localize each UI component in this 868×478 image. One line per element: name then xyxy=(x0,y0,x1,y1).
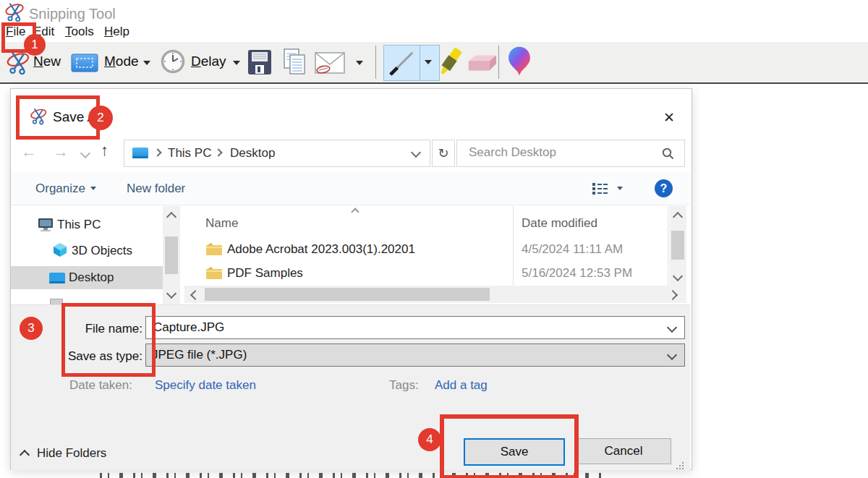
search-box[interactable] xyxy=(456,140,685,167)
new-folder-button[interactable]: New folder xyxy=(127,182,185,196)
file-row-name[interactable]: PDF Samples xyxy=(227,266,303,281)
column-divider[interactable] xyxy=(513,206,514,286)
resize-grip-icon[interactable] xyxy=(676,461,684,474)
hide-folders-button[interactable]: Hide Folders xyxy=(37,446,106,461)
delay-clock-icon xyxy=(161,49,185,77)
tags-label: Tags: xyxy=(389,378,419,393)
specify-date-taken-link[interactable]: Specify date taken xyxy=(155,378,256,393)
organize-button[interactable]: Organize xyxy=(35,182,85,196)
list-scrollbar-horizontal[interactable] xyxy=(184,286,686,303)
help-icon[interactable]: ? xyxy=(655,179,673,197)
breadcrumb-separator-icon xyxy=(153,148,161,156)
save-as-type-combobox[interactable]: JPEG file (*.JPG) xyxy=(145,343,685,367)
mode-button[interactable]: Mode xyxy=(104,54,139,69)
scroll-left-icon[interactable] xyxy=(190,290,200,300)
app-toolbar: New Mode Delay xyxy=(0,42,868,84)
pen-split-divider xyxy=(420,46,420,80)
breadcrumb-this-pc[interactable]: This PC xyxy=(168,146,211,161)
menu-tools[interactable]: Tools xyxy=(65,25,94,39)
save-snip-icon[interactable] xyxy=(247,49,272,78)
folder-icon xyxy=(205,242,223,259)
file-row-name[interactable]: Adobe Acrobat 2023.003(1).20201 xyxy=(227,242,415,257)
email-icon[interactable] xyxy=(314,51,347,80)
scrollbar-thumb[interactable] xyxy=(165,236,178,274)
pen-tool-selected[interactable] xyxy=(383,45,440,81)
scroll-right-icon[interactable] xyxy=(668,290,678,300)
chevron-down-icon[interactable] xyxy=(667,350,677,360)
scrollbar-thumb[interactable] xyxy=(205,288,490,301)
breadcrumb-separator-icon xyxy=(214,148,222,156)
menu-help[interactable]: Help xyxy=(104,25,129,39)
hide-folders-chevron-icon[interactable] xyxy=(20,450,30,460)
file-name-combobox[interactable] xyxy=(145,316,685,339)
address-bar[interactable]: This PC Desktop xyxy=(124,140,430,167)
paint3d-icon[interactable] xyxy=(508,46,531,80)
annotation-box-step2 xyxy=(16,95,100,140)
view-dropdown-icon[interactable] xyxy=(617,187,623,190)
scroll-down-icon[interactable] xyxy=(673,271,683,281)
scroll-down-icon[interactable] xyxy=(166,289,176,299)
sidebar-item-desktop[interactable]: Desktop xyxy=(11,266,163,289)
file-name-input[interactable] xyxy=(152,320,661,336)
mode-dropdown-icon[interactable] xyxy=(143,61,150,65)
menu-bar: File Edit Tools Help xyxy=(0,25,868,42)
annotation-box-step3 xyxy=(61,303,156,377)
desktop-icon xyxy=(48,272,66,288)
date-taken-label: Date taken: xyxy=(69,378,132,393)
pen-icon xyxy=(387,49,417,80)
recent-locations-icon[interactable] xyxy=(80,148,90,158)
search-icon[interactable] xyxy=(661,147,674,163)
add-a-tag-link[interactable]: Add a tag xyxy=(435,378,488,393)
this-pc-icon xyxy=(37,218,54,235)
sidebar-item-3d-objects[interactable]: 3D Objects xyxy=(72,244,132,258)
list-scrollbar-vertical[interactable] xyxy=(669,206,686,286)
delay-dropdown-icon[interactable] xyxy=(233,61,240,65)
cancel-button[interactable]: Cancel xyxy=(576,438,671,464)
sidebar-item-this-pc[interactable]: This PC xyxy=(57,218,101,232)
annotation-badge-step3: 3 xyxy=(20,317,43,340)
address-dropdown-icon[interactable] xyxy=(411,148,421,158)
annotation-badge-step4: 4 xyxy=(418,428,441,451)
forward-icon[interactable]: → xyxy=(53,142,69,161)
breadcrumb-desktop[interactable]: Desktop xyxy=(230,146,275,161)
column-header-name[interactable]: Name xyxy=(205,216,238,231)
annotation-badge-step1: 1 xyxy=(24,34,46,56)
sidebar-item-desktop-label: Desktop xyxy=(69,270,114,285)
sort-ascending-icon[interactable] xyxy=(351,208,359,215)
refresh-icon[interactable]: ↻ xyxy=(432,140,455,167)
folder-icon xyxy=(205,266,223,283)
scroll-up-icon[interactable] xyxy=(166,212,176,222)
scroll-up-icon[interactable] xyxy=(673,212,683,222)
up-icon[interactable]: ↑ xyxy=(101,141,109,160)
column-divider[interactable] xyxy=(668,206,668,286)
sidebar-scrollbar[interactable] xyxy=(163,206,180,304)
scrollbar-thumb[interactable] xyxy=(671,231,684,260)
snipping-tool-logo-icon xyxy=(4,1,26,22)
search-input[interactable] xyxy=(467,145,651,161)
new-button[interactable]: New xyxy=(33,54,61,69)
copy-icon[interactable] xyxy=(282,48,308,80)
organize-dropdown-icon[interactable] xyxy=(90,187,96,190)
back-icon[interactable]: ← xyxy=(21,142,37,161)
column-header-date[interactable]: Date modified xyxy=(522,216,597,231)
file-row-date[interactable]: 4/5/2024 11:11 AM xyxy=(522,242,623,257)
toolbar-separator xyxy=(375,46,376,79)
eraser-icon[interactable] xyxy=(466,54,498,77)
window-title: Snipping Tool xyxy=(29,6,116,22)
annotation-box-step4 xyxy=(440,414,579,478)
pen-dropdown-icon[interactable] xyxy=(425,60,432,64)
close-icon[interactable]: ✕ xyxy=(655,105,684,129)
save-as-type-value: JPEG file (*.JPG) xyxy=(152,348,247,362)
mode-icon xyxy=(71,54,98,75)
view-options-icon[interactable] xyxy=(592,182,608,197)
desktop-location-icon xyxy=(132,147,149,163)
email-dropdown-icon[interactable] xyxy=(356,61,363,65)
chevron-down-icon[interactable] xyxy=(667,323,677,333)
file-row-date[interactable]: 5/16/2024 12:53 PM xyxy=(522,266,632,281)
save-as-dialog: Save As ✕ ← → ↑ This PC Desktop ↻ xyxy=(10,88,692,470)
highlighter-icon[interactable] xyxy=(435,46,464,81)
delay-button[interactable]: Delay xyxy=(191,54,226,69)
command-bar: Organize New folder ? xyxy=(11,173,690,205)
3d-objects-icon xyxy=(53,242,67,260)
annotation-badge-step2: 2 xyxy=(88,106,113,130)
